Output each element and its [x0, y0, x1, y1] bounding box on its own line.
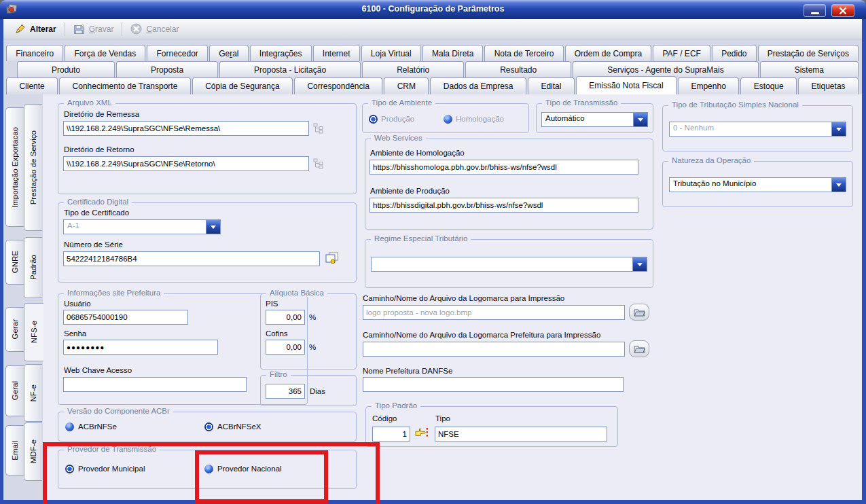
tab-copia-de-seguranca[interactable]: Cópia de Segurança — [192, 77, 293, 94]
tab-paf-ecf[interactable]: PAF / ECF — [653, 45, 710, 61]
tab-produto[interactable]: Produto — [17, 61, 115, 77]
gravar-button[interactable]: Gravar — [68, 22, 120, 37]
pis-input[interactable] — [266, 310, 305, 325]
radio-acbrnfsex[interactable] — [204, 422, 213, 431]
radio-provedor-municipal[interactable] — [65, 465, 74, 473]
cofins-input[interactable] — [266, 340, 305, 355]
tab-resultado[interactable]: Resultado — [465, 61, 571, 77]
tab-empenho[interactable]: Empenho — [678, 77, 739, 94]
tab-sistema[interactable]: Sistema — [760, 61, 859, 77]
tab-cliente[interactable]: Cliente — [6, 77, 58, 94]
tab-mala-direta[interactable]: Mala Direta — [422, 45, 484, 61]
usuario-input[interactable] — [63, 310, 188, 325]
tab-dados-da-empresa[interactable]: Dados da Empresa — [430, 77, 526, 94]
tipo-padrao-legend: Tipo Padrão — [372, 401, 420, 410]
radio-homologacao[interactable] — [444, 115, 452, 124]
tipo-input[interactable] — [435, 427, 607, 442]
radio-provedor-nacional[interactable] — [204, 465, 213, 473]
tab-proposta[interactable]: Proposta — [116, 61, 218, 77]
certificate-icon[interactable] — [325, 252, 339, 264]
tab-proposta-licitacao[interactable]: Proposta - Licitação — [219, 61, 361, 77]
natureza-operacao-legend: Natureza da Operação — [668, 156, 754, 164]
side-tab-prestacao-de-servico[interactable]: Prestação de Serviço — [24, 104, 42, 231]
regime-especial-legend: Regime Especial Tributário — [371, 234, 471, 242]
chevron-down-icon[interactable] — [831, 122, 846, 136]
tab-emissao-nota-fiscal[interactable]: Emissão Nota Fiscal — [576, 76, 676, 94]
ambiente-producao-input[interactable] — [369, 198, 638, 213]
alterar-button[interactable]: Alterar — [9, 22, 62, 37]
chevron-down-icon[interactable] — [831, 178, 846, 192]
side-tab-gerar[interactable]: Gerar — [5, 307, 24, 352]
web-chave-acesso-input[interactable] — [63, 377, 247, 392]
numero-serie-input[interactable] — [63, 251, 320, 266]
tab-prestacao-de-servicos[interactable]: Prestação de Serviços — [758, 45, 859, 61]
tab-ordem-de-compra[interactable]: Ordem de Compra — [565, 45, 652, 61]
browse-tree-icon[interactable] — [313, 123, 324, 134]
arquivo-xml-legend: Arquivo XML — [64, 98, 115, 107]
tipo-certificado-select[interactable]: A-1 — [63, 219, 221, 234]
codigo-input[interactable] — [372, 427, 410, 442]
tab-conhecimento-de-transporte[interactable]: Conhecimento de Transporte — [59, 77, 191, 94]
ambiente-homologacao-input[interactable] — [369, 160, 638, 175]
close-button[interactable] — [831, 4, 854, 17]
folder-open-icon[interactable] — [629, 340, 649, 357]
cancelar-button[interactable]: Cancelar — [125, 21, 184, 37]
tab-pedido[interactable]: Pedido — [712, 45, 757, 61]
radio-producao[interactable] — [369, 115, 378, 124]
tab-servicos-agente-supramais[interactable]: Serviços - Agente do SupraMais — [573, 61, 758, 77]
side-tab-gnre[interactable]: GNRE — [5, 240, 24, 285]
provedor-transmissao-legend: Provedor de Transmissão — [64, 445, 160, 453]
lookup-hand-icon[interactable] — [414, 427, 429, 438]
chevron-down-icon[interactable] — [206, 220, 220, 234]
tab-financeiro[interactable]: Financeiro — [6, 45, 63, 61]
folder-open-icon[interactable] — [629, 304, 649, 321]
side-tab-mdf-e[interactable]: MDF-e — [24, 422, 42, 481]
side-tab-nfs-e[interactable]: NFS-e — [24, 303, 43, 361]
logomarca-prefeitura-label: Caminho/Nome do Arquivo da Logomarca Pre… — [363, 331, 600, 339]
remessa-label: Diretório de Remessa — [64, 110, 139, 118]
cofins-percent-label: % — [309, 343, 316, 351]
logomarca-prefeitura-input[interactable] — [363, 342, 625, 357]
logomarca-input[interactable] — [363, 305, 625, 320]
tab-geral[interactable]: Geral — [209, 45, 249, 61]
cancel-icon — [130, 23, 142, 35]
tab-forca-de-vendas[interactable]: Força de Vendas — [65, 45, 145, 61]
tipo-label: Tipo — [435, 414, 450, 422]
tab-loja-virtual[interactable]: Loja Virtual — [361, 45, 421, 61]
side-tab-geral-lateral[interactable]: Geral — [5, 365, 24, 416]
chevron-down-icon[interactable] — [632, 257, 647, 271]
regime-especial-select[interactable] — [371, 257, 647, 272]
natureza-operacao-select[interactable]: Tributação no Município — [669, 177, 846, 192]
nome-prefeitura-danfse-input[interactable] — [363, 377, 624, 392]
side-tab-importacao-exportacao[interactable]: Importação Exportacao — [5, 107, 24, 227]
side-tab-padrao[interactable]: Padrão — [24, 237, 42, 298]
tab-fornecedor[interactable]: Fornecedor — [147, 45, 208, 61]
chevron-down-icon[interactable] — [633, 113, 647, 126]
tipo-transmissao-select[interactable]: Automático — [541, 112, 648, 127]
tab-estoque[interactable]: Estoque — [740, 77, 797, 94]
minimize-button[interactable] — [804, 4, 826, 17]
radio-acbrnfse[interactable] — [65, 422, 74, 431]
tab-crm[interactable]: CRM — [384, 77, 429, 94]
retorno-input[interactable] — [63, 156, 309, 171]
tab-relatorio[interactable]: Relatório — [362, 61, 464, 77]
tab-internet[interactable]: Internet — [313, 45, 360, 61]
tab-edital[interactable]: Edital — [528, 77, 575, 94]
senha-input[interactable] — [63, 340, 218, 355]
tab-nota-de-terceiro[interactable]: Nota de Terceiro — [484, 45, 563, 61]
tab-correspondencia[interactable]: Correspondência — [294, 77, 382, 94]
homologacao-label: Homologação — [456, 115, 504, 123]
browse-tree-icon[interactable] — [313, 158, 324, 169]
filtro-dias-input[interactable] — [266, 384, 305, 399]
tributacao-simples-select[interactable]: 0 - Nenhum — [669, 122, 846, 137]
parameter-configuration-window: 6100 - Configuração de Parâmetros Altera… — [0, 0, 866, 504]
retorno-label: Diretório de Retorno — [64, 145, 134, 154]
side-tab-email[interactable]: Email — [5, 425, 24, 475]
tab-etiquetas[interactable]: Etiquetas — [798, 77, 859, 94]
side-tab-nf-e[interactable]: NF-e — [24, 364, 42, 422]
informacoes-prefeitura-legend: Informações site Prefeitura — [64, 289, 164, 297]
toolbar-separator — [122, 22, 122, 36]
remessa-input[interactable] — [63, 121, 309, 136]
tributacao-simples-legend: Tipo de Tributação Simples Nacional — [668, 101, 802, 109]
tab-integracoes[interactable]: Integrações — [250, 45, 312, 61]
